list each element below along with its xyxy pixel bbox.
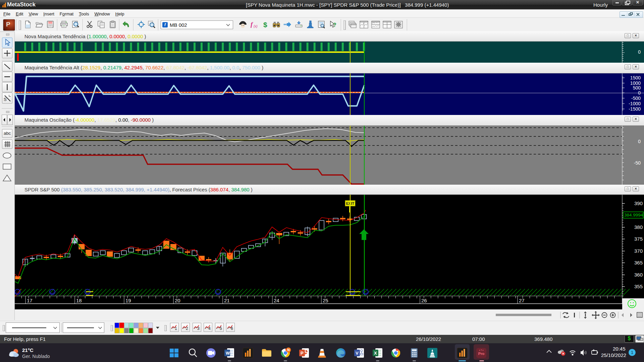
svg-text:-500: -500 [631,96,641,101]
svg-text:27: 27 [519,298,525,303]
svg-text:-50: -50 [634,160,641,166]
svg-text:500: 500 [633,85,641,90]
svg-text:26: 26 [421,298,427,303]
svg-text:4: 4 [208,326,211,331]
svg-text:6: 6 [231,326,233,331]
svg-text:17: 17 [27,298,33,303]
svg-text:24: 24 [274,298,279,303]
svg-text:W: W [226,351,230,356]
svg-text:0: 0 [638,49,641,55]
svg-text:1500: 1500 [630,75,641,80]
svg-text:f: f [251,21,253,28]
svg-text:20: 20 [175,298,180,303]
svg-text:0: 0 [638,139,641,144]
svg-text:355: 355 [634,284,643,289]
svg-text:21: 21 [224,298,230,303]
svg-text:-1500: -1500 [629,106,641,112]
svg-text:-1000: -1000 [629,101,641,106]
svg-text:2: 2 [186,326,188,331]
svg-text:360: 360 [634,272,643,278]
svg-text:390: 390 [634,200,643,206]
svg-text:380: 380 [634,224,643,230]
svg-text:365: 365 [634,260,643,265]
svg-text:25: 25 [323,298,328,303]
svg-text:384.9994: 384.9994 [624,213,643,218]
svg-text:?: ? [333,22,336,28]
svg-text:Pro: Pro [478,352,485,356]
svg-text:0: 0 [638,90,641,96]
svg-text:1: 1 [175,326,177,331]
svg-text:V: V [356,351,359,356]
svg-text:3: 3 [197,326,200,331]
svg-text:P: P [301,351,304,356]
svg-text:18: 18 [76,298,82,303]
svg-text:$: $ [263,21,267,28]
svg-text:19: 19 [125,298,131,303]
svg-text:(x): (x) [254,24,258,28]
svg-text:370: 370 [634,248,643,254]
svg-text:375: 375 [634,236,643,242]
svg-text:5: 5 [220,326,222,331]
svg-text:X: X [374,351,377,356]
svg-text:N: N [287,348,289,352]
svg-text:S: S [4,97,7,102]
